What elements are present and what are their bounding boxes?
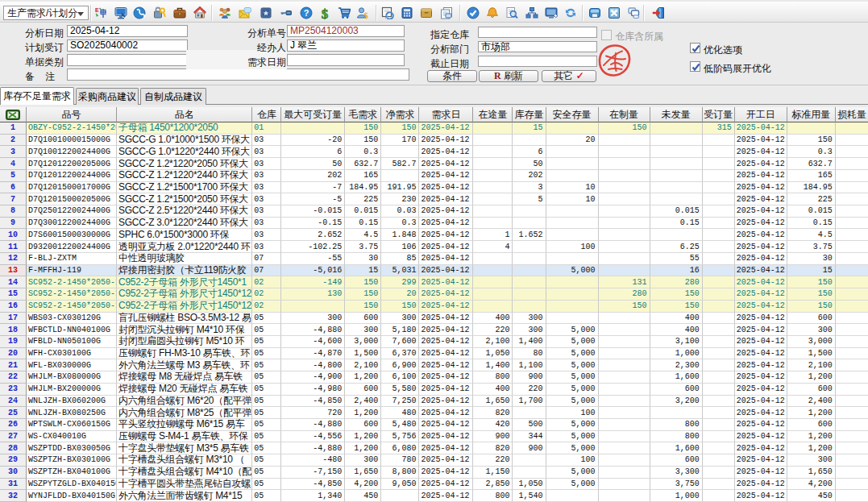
svg-text:E: E <box>95 7 99 13</box>
svg-text:$: $ <box>322 6 329 19</box>
svg-text:$: $ <box>363 10 368 20</box>
svg-text:?: ? <box>304 8 309 18</box>
